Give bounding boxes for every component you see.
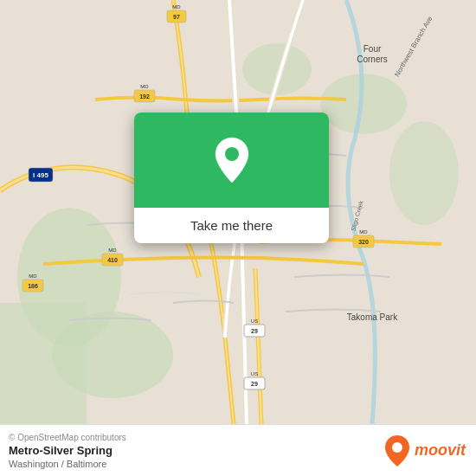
svg-text:410: 410 (107, 257, 118, 263)
bottom-left-info: © OpenStreetMap contributors Metro-Silve… (9, 433, 126, 469)
bottom-info-bar: © OpenStreetMap contributors Metro-Silve… (0, 424, 476, 476)
svg-point-6 (389, 121, 459, 225)
svg-text:US: US (251, 318, 258, 324)
svg-text:US: US (251, 371, 258, 376)
location-overlay-card: Take me there (134, 113, 329, 243)
svg-text:29: 29 (251, 328, 258, 334)
svg-text:MD: MD (172, 4, 181, 10)
take-me-there-button[interactable]: Take me there (134, 208, 329, 243)
svg-rect-3 (0, 303, 87, 424)
location-subtitle: Washington / Baltimore (9, 459, 126, 469)
location-name: Metro-Silver Spring (9, 444, 126, 457)
svg-point-39 (225, 147, 239, 161)
svg-text:Corners: Corners (357, 55, 388, 64)
moovit-brand-text: moovit (415, 441, 466, 460)
svg-text:Takoma Park: Takoma Park (347, 312, 398, 322)
svg-text:MD: MD (108, 248, 117, 253)
svg-text:I 495: I 495 (33, 171, 48, 179)
svg-text:192: 192 (139, 93, 150, 100)
svg-text:186: 186 (28, 283, 38, 289)
card-header (134, 113, 329, 208)
copyright-text: © OpenStreetMap contributors (9, 433, 126, 442)
svg-text:MD: MD (359, 229, 368, 235)
svg-point-40 (392, 442, 402, 453)
svg-text:320: 320 (358, 239, 369, 245)
svg-text:Four: Four (363, 44, 382, 54)
location-pin-icon (213, 136, 251, 184)
map-area: 97 MD 192 MD I 495 97 MD 410 MD 186 MD 3… (0, 0, 476, 424)
svg-text:97: 97 (173, 14, 180, 20)
svg-text:29: 29 (251, 381, 258, 387)
moovit-pin-icon (383, 434, 411, 467)
svg-text:MD: MD (140, 84, 149, 89)
moovit-logo: moovit (383, 434, 466, 467)
svg-text:MD: MD (29, 273, 37, 279)
